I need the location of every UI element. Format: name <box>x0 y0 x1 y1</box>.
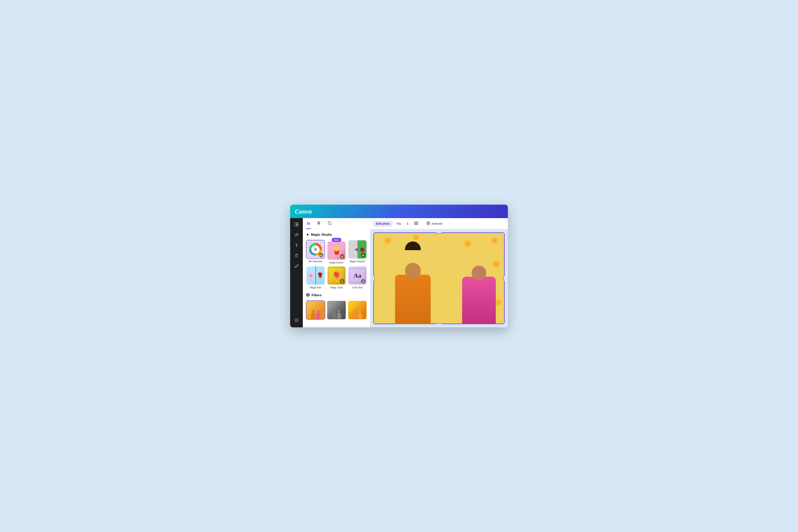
info-icon: ℹ <box>407 222 408 225</box>
svg-point-14 <box>297 321 298 322</box>
svg-point-10 <box>296 320 297 321</box>
svg-point-12 <box>295 321 296 322</box>
magic-grab-thumb[interactable]: 🎈 👆 👑 <box>327 266 346 285</box>
grab-text-crown: 👑 <box>361 279 365 283</box>
effects-tab-label: fx <box>307 221 310 226</box>
grab-crown: 👑 <box>340 279 344 283</box>
more-icon: ··· <box>448 222 451 225</box>
filters-title: Filters <box>311 293 322 297</box>
svg-point-7 <box>296 319 297 320</box>
sidebar-item-draw[interactable] <box>292 262 301 270</box>
magic-star-icon: ✦ <box>306 232 309 237</box>
grab-text-label: Grab Text <box>352 286 363 289</box>
apps-icon <box>294 318 299 323</box>
svg-point-9 <box>295 320 296 321</box>
layout-icon <box>294 222 299 228</box>
grab-text-thumb[interactable]: Aa 👑 <box>348 266 367 285</box>
panel-content: ✦ Magic Studio ⊜ 👑 <box>303 229 370 327</box>
magic-grab-label: Magic Grab <box>330 286 343 289</box>
handle-left[interactable] <box>373 275 374 281</box>
magic-eraser-label: Magic Eraser <box>329 261 344 264</box>
svg-rect-2 <box>297 225 298 226</box>
bg-remover-label: BG Remover <box>308 260 322 263</box>
sidebar-item-apps[interactable] <box>292 316 301 325</box>
svg-marker-4 <box>296 233 298 235</box>
svg-point-18 <box>318 222 319 223</box>
bg-remover-thumb[interactable]: ⊜ 👑 <box>306 240 325 259</box>
photo-content: 🌼 🌼 🌼 🌼 🌼 🌼 <box>373 232 505 324</box>
adjust-icon <box>317 221 321 226</box>
panel: fx <box>303 218 370 327</box>
handle-br[interactable] <box>503 323 505 324</box>
magic-expand-thumb[interactable]: 🐞 ◀ 👑 <box>348 240 367 259</box>
tool-magic-expand[interactable]: 🐞 ◀ 👑 Magic Expand <box>348 240 367 264</box>
title-bar: Canva <box>290 205 508 218</box>
bg-remover-crown: 👑 <box>319 253 323 257</box>
svg-point-8 <box>297 319 298 320</box>
svg-rect-0 <box>295 223 296 226</box>
filters-section: Filters <box>306 293 367 320</box>
photo-frame: 🌼 🌼 🌼 🌼 🌼 🌼 <box>373 232 505 324</box>
canva-logo: Canva <box>295 208 312 215</box>
magic-edit-label: Magic Edit <box>310 286 321 289</box>
expand-crown: 👑 <box>361 253 365 257</box>
tab-crop[interactable] <box>327 218 332 229</box>
crop-icon <box>327 221 332 226</box>
text-icon: T <box>295 243 298 248</box>
handle-bottom[interactable] <box>436 323 442 324</box>
elements-icon <box>294 232 299 238</box>
svg-point-20 <box>318 224 319 225</box>
edit-photo-button[interactable]: Edit photo <box>373 221 393 227</box>
canvas-area: Edit photo Flip ℹ <box>370 218 508 327</box>
toolbar-divider <box>422 222 422 226</box>
magic-edit-thumb[interactable]: 🌸 🌹 <box>306 266 325 285</box>
tab-effects[interactable]: fx <box>306 218 311 229</box>
sidebar-item-upload[interactable] <box>292 251 301 260</box>
filter-warm[interactable] <box>348 301 367 320</box>
tool-magic-edit[interactable]: 🌸 🌹 Magic Edit <box>306 266 325 289</box>
filters-header: Filters <box>306 293 367 298</box>
tool-bg-remover[interactable]: ⊜ 👑 BG Remover <box>306 240 325 264</box>
sidebar-item-text[interactable]: T <box>292 241 301 250</box>
svg-point-13 <box>296 321 297 322</box>
menu-icon <box>414 222 418 225</box>
magic-studio-header: ✦ Magic Studio <box>306 232 367 237</box>
main-content: T <box>290 218 508 327</box>
tool-magic-grab[interactable]: 🎈 👆 👑 Magic Grab <box>327 266 346 289</box>
tab-adjust[interactable] <box>316 218 322 229</box>
more-button[interactable]: ··· <box>446 221 453 226</box>
svg-point-26 <box>427 222 430 225</box>
upload-icon <box>294 253 299 259</box>
info-button[interactable]: ℹ <box>405 221 410 227</box>
svg-point-27 <box>428 223 429 224</box>
svg-point-6 <box>295 319 296 320</box>
handle-top[interactable] <box>436 232 442 233</box>
panel-tabs: fx <box>303 218 370 229</box>
magic-studio-title: Magic Studio <box>311 233 332 237</box>
flip-button[interactable]: Flip <box>395 221 403 226</box>
filter-grid <box>306 301 367 320</box>
sidebar-item-elements[interactable] <box>292 231 301 240</box>
handle-right[interactable] <box>504 275 505 281</box>
filter-mono[interactable] <box>327 301 346 320</box>
svg-rect-1 <box>297 223 298 224</box>
filters-icon <box>306 293 310 298</box>
tool-magic-eraser[interactable]: Harry 🍟 👑 Magic Eraser <box>327 240 346 264</box>
filter-original[interactable] <box>306 301 325 320</box>
animate-button[interactable]: Animate <box>424 220 444 227</box>
menu-button[interactable] <box>412 221 420 227</box>
magic-eraser-thumb[interactable]: 🍟 👑 <box>327 241 346 260</box>
app-window: Canva <box>290 205 508 327</box>
svg-point-19 <box>319 223 320 224</box>
canvas-viewport: 🌼 🌼 🌼 🌼 🌼 🌼 <box>370 229 508 327</box>
draw-icon <box>294 263 299 269</box>
tool-grab-text[interactable]: Aa 👑 Grab Text <box>348 266 367 289</box>
sidebar: T <box>290 218 303 327</box>
svg-point-11 <box>297 320 298 321</box>
canvas-toolbar: Edit photo Flip ℹ <box>370 218 508 229</box>
animate-icon <box>426 221 430 226</box>
animate-label: Animate <box>432 222 442 225</box>
magic-expand-label: Magic Expand <box>350 260 365 263</box>
magic-studio-grid: ⊜ 👑 BG Remover Harry <box>306 240 367 289</box>
sidebar-item-layout[interactable] <box>292 221 301 229</box>
